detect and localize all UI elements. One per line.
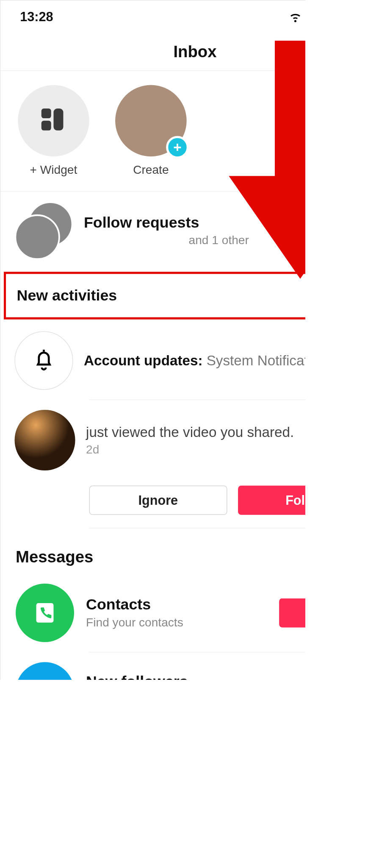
bell-icon — [32, 349, 55, 373]
followers-content: New followers started following you. — [86, 673, 305, 680]
create-circle-icon: + — [115, 85, 187, 157]
followers-circle — [16, 662, 74, 680]
status-time: 13:28 — [20, 9, 53, 25]
shortcut-widget[interactable]: + Widget — [18, 85, 89, 177]
status-right: 95% — [289, 9, 305, 25]
messages-section-title: Messages — [0, 529, 305, 574]
header: Inbox — [0, 33, 305, 71]
svg-rect-8 — [36, 603, 54, 623]
contacts-row[interactable]: Contacts Find your contacts Find — [0, 574, 305, 652]
avatar — [14, 214, 60, 260]
account-updates-tail: System Notifications — [202, 352, 305, 368]
find-button[interactable]: Find — [279, 598, 305, 628]
shortcut-widget-label: + Widget — [30, 163, 77, 177]
avatar — [14, 410, 75, 470]
contacts-title: Contacts — [86, 596, 305, 613]
viewed-actions: Ignore Follow — [0, 480, 305, 528]
new-followers-row[interactable]: New followers started following you. — [0, 652, 305, 680]
contacts-circle — [16, 584, 74, 642]
page-title: Inbox — [173, 42, 216, 61]
shortcut-create-label: Create — [133, 163, 169, 177]
new-activities-row[interactable]: New activities 1 — [4, 272, 305, 319]
follow-button[interactable]: Follow — [238, 486, 305, 515]
account-updates-text: Account updates: System Notifications 1d — [84, 352, 305, 369]
svg-rect-6 — [41, 121, 51, 131]
follow-requests-row[interactable]: Follow requests and 1 other 2 — [0, 192, 305, 270]
avatar-stack — [14, 201, 73, 260]
widget-icon — [18, 85, 89, 157]
contacts-sub: Find your contacts — [86, 615, 305, 629]
bell-circle — [14, 331, 73, 390]
account-updates-row[interactable]: Account updates: System Notifications 1d — [0, 322, 305, 400]
followers-title: New followers — [86, 673, 305, 680]
viewed-text: just viewed the video you shared. — [86, 424, 305, 441]
viewed-content: just viewed the video you shared. 2d — [86, 424, 305, 457]
new-activities-title: New activities — [17, 287, 117, 304]
follow-requests-content: Follow requests and 1 other — [84, 214, 305, 248]
plus-badge-icon: + — [166, 136, 189, 159]
follow-requests-title: Follow requests — [84, 214, 305, 231]
shortcuts-row: + Widget + Create — [0, 71, 305, 192]
phonebook-icon — [32, 600, 58, 626]
account-updates-bold: Account updates: — [84, 352, 202, 368]
ignore-button[interactable]: Ignore — [89, 486, 227, 515]
follow-requests-subtitle: and 1 other — [62, 234, 305, 248]
svg-rect-7 — [53, 108, 63, 131]
viewed-time: 2d — [86, 442, 305, 456]
people-icon — [31, 677, 59, 680]
svg-rect-5 — [41, 108, 51, 118]
shortcut-create[interactable]: + Create — [115, 85, 187, 177]
contacts-content: Contacts Find your contacts — [86, 596, 305, 629]
wifi-icon — [289, 10, 302, 23]
viewed-video-row[interactable]: just viewed the video you shared. 2d — [0, 400, 305, 480]
status-bar: 13:28 95% — [0, 0, 305, 33]
